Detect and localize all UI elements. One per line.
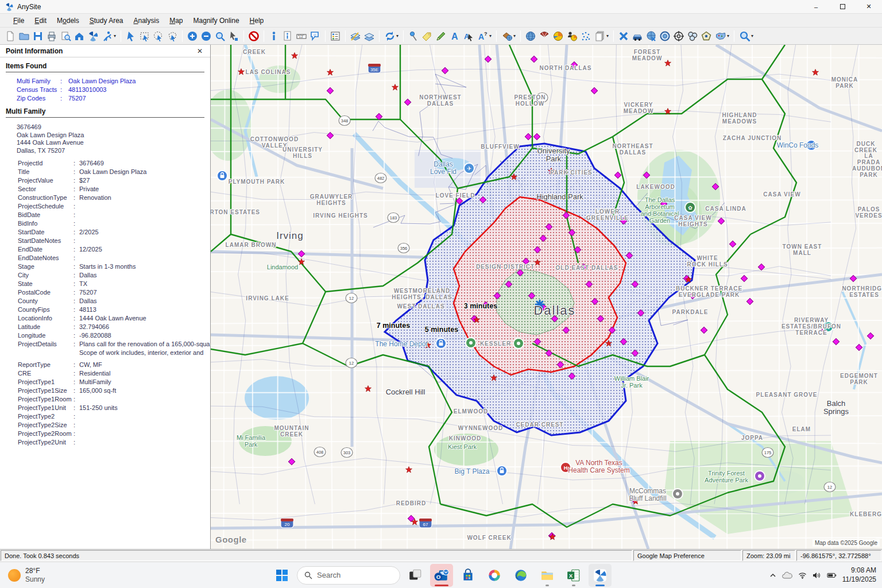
taskbar-app-anysite[interactable] [589,564,612,587]
maximize-button[interactable] [829,0,856,14]
anysite-logo-button[interactable] [86,29,100,43]
pushpin-button[interactable] [407,29,420,43]
font-button[interactable]: A [448,29,462,43]
map-layers-button[interactable] [362,29,376,43]
geocode-globe-button[interactable] [644,29,658,43]
items-found-link[interactable]: Zip Codes:75207 [17,94,210,103]
home-button[interactable] [72,29,86,43]
zoom-out-button[interactable] [199,29,213,43]
taskbar-app-store[interactable] [457,564,479,587]
onedrive-cloud-icon[interactable] [782,572,792,579]
label-tag-button[interactable] [420,29,434,43]
font-select-button[interactable]: A [462,29,475,43]
select-rectangle-button[interactable] [138,29,152,43]
refresh-button[interactable]: ▾ [382,29,400,43]
weather-temp: 28°F [25,567,40,575]
reports-button[interactable]: ▾ [593,29,610,43]
menu-help[interactable]: Help [245,15,269,26]
pie-theme-button[interactable] [551,29,565,43]
google-map-preference-button[interactable]: Google Map Preference [633,550,741,561]
menu-map[interactable]: Map [164,15,188,26]
taskbar-clock[interactable]: 9:08 AM 11/19/2025 [842,566,876,584]
quick-run-button[interactable]: ▾ [100,29,118,43]
map-canvas[interactable]: 35E2067348482183356121240830328917512 ✈✿… [211,45,882,549]
measure-button[interactable]: 1.2 [295,29,308,43]
select-circle-button[interactable] [152,29,165,43]
info-button[interactable] [267,29,281,43]
volume-icon[interactable] [813,572,821,579]
identify-button[interactable] [281,29,295,43]
field-projecttype1room: ProjectType1Room: [18,395,210,404]
panel-close-icon[interactable]: ✕ [195,47,204,55]
search-input[interactable]: Search [297,566,400,585]
taskbar-app-task-view[interactable] [404,564,427,587]
menu-file[interactable]: File [8,15,29,26]
items-found-link[interactable]: Multi Family:Oak Lawn Design Plaza [17,77,210,86]
battery-icon[interactable] [827,572,837,579]
globe-analysis-button[interactable] [524,29,537,43]
new-document-button[interactable] [3,29,17,43]
windows-taskbar: 28°F Sunny Search OX 9:08 AM 11/19/2025 [0,562,882,588]
ring-study-button[interactable] [658,29,672,43]
field-projecttype2size: ProjectType2Size: [18,421,210,430]
dot-density-button[interactable] [579,29,593,43]
highway-shield: 12 [346,293,357,303]
fan-chart-button[interactable] [537,29,551,43]
items-found-link[interactable]: Census Tracts:48113010003 [17,86,210,94]
print-button[interactable] [45,29,59,43]
draw-edit-button[interactable] [434,29,448,43]
taskbar-app-file-explorer[interactable] [536,564,559,587]
print-preview-button[interactable] [59,29,72,43]
save-button[interactable] [31,29,45,43]
tray-chevron-up-icon[interactable] [769,572,776,579]
zoom-in-button[interactable] [185,29,199,43]
wifi-icon[interactable] [798,572,807,579]
field-projecttype1size: ProjectType1Size:165,000 sq-ft [18,386,210,395]
field-enddate: EndDate:12/2025 [18,245,210,254]
field-projecttype2unit: ProjectType2Unit: [18,438,210,447]
crosshair-target-button[interactable] [672,29,686,43]
taskbar-weather-widget[interactable]: 28°F Sunny [8,567,123,584]
pan-pointer-button[interactable] [227,29,241,43]
cluster-rings-button[interactable] [686,29,699,43]
menu-study-area[interactable]: Study Area [84,15,129,26]
callout-button[interactable]: Q [308,29,322,43]
close-button[interactable]: ✕ [856,0,882,14]
map-layers-edit-button[interactable] [349,29,362,43]
svg-text:408: 408 [316,450,324,455]
start-button[interactable] [270,564,293,587]
menu-edit[interactable]: Edit [29,15,52,26]
lock-poi-icon [436,338,446,349]
demographics-button[interactable] [565,29,579,43]
menu-models[interactable]: Models [52,15,84,26]
taskbar-app-copilot[interactable] [483,564,506,587]
taskbar-app-edge[interactable] [509,564,532,587]
open-file-button[interactable] [17,29,31,43]
items-found-list: Multi Family:Oak Lawn Design PlazaCensus… [17,77,210,103]
svg-text:183: 183 [390,215,397,220]
font-help-button[interactable]: A?▾ [475,29,493,43]
svg-text:O: O [436,573,441,579]
field-biddate: BidDate: [18,211,210,219]
thematic-globe-button[interactable]: ▾ [500,29,517,43]
search-zoom-button[interactable]: ▾ [737,29,755,43]
minimize-button[interactable]: – [803,0,829,14]
svg-text:A: A [478,32,484,41]
clear-selection-button[interactable] [247,29,261,43]
close-x-button[interactable] [617,29,630,43]
legend-button[interactable] [328,29,342,43]
taskbar-app-excel[interactable]: X [562,564,585,587]
field-state: State:TX [18,280,210,288]
select-cursor-button[interactable] [124,29,138,43]
select-polygon-button[interactable] [165,29,179,43]
taskbar-app-outlook[interactable]: O [430,564,453,587]
system-tray: 9:08 AM 11/19/2025 [769,562,876,588]
menu-magnify-online[interactable]: Magnify Online [188,15,245,26]
usa-map-button[interactable]: ▾ [713,29,731,43]
zoom-window-button[interactable] [213,29,227,43]
site-polygon-button[interactable] [699,29,713,43]
clock-date: 11/19/2025 [842,575,876,583]
menu-analysis[interactable]: Analysis [128,15,164,26]
drive-time-car-button[interactable] [630,29,644,43]
highway-shield: 482 [375,173,386,183]
